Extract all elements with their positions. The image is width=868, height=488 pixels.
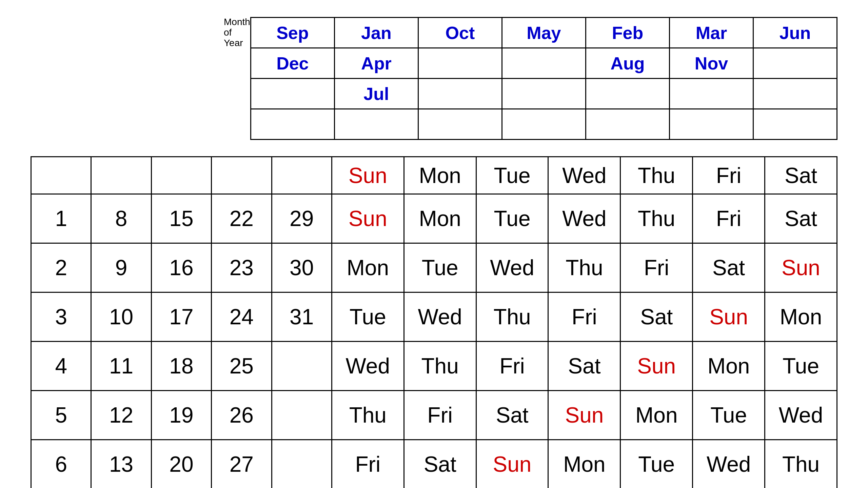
- dow-cell: Mon: [693, 342, 765, 391]
- month-cell: [670, 109, 754, 140]
- day-number-cell: 24: [212, 292, 272, 342]
- month-of-year-label: MonthofYear: [224, 17, 250, 48]
- dow-cell: Sat: [476, 391, 548, 440]
- month-cell: Oct: [419, 18, 502, 48]
- dow-cell: Sun: [332, 194, 404, 243]
- month-cell: [251, 79, 335, 109]
- dow-cell: Wed: [332, 342, 404, 391]
- dow-cell: Sat: [693, 243, 765, 292]
- dow-cell: Fri: [693, 194, 765, 243]
- month-cell: [586, 109, 670, 140]
- day-number-cell: 11: [91, 342, 151, 391]
- dow-cell: Tue: [765, 342, 837, 391]
- month-cell: [419, 79, 502, 109]
- header-dow-thu: Thu: [620, 157, 693, 194]
- day-of-week-label: [327, 145, 837, 156]
- dow-cell: Wed: [765, 391, 837, 440]
- month-cell: Feb: [586, 18, 670, 48]
- day-number-cell: 5: [31, 391, 91, 440]
- day-number-cell: 16: [151, 243, 211, 292]
- dow-cell: Fri: [404, 391, 476, 440]
- day-number-cell: 26: [212, 391, 272, 440]
- month-cell: [754, 79, 837, 109]
- dow-cell: Fri: [476, 342, 548, 391]
- month-cell: [502, 48, 586, 79]
- day-number-cell: 19: [151, 391, 211, 440]
- dow-cell: Thu: [404, 342, 476, 391]
- dow-cell: Sat: [765, 194, 837, 243]
- table-row: 18152229SunMonTueWedThuFriSat: [31, 194, 837, 243]
- table-row: 29162330MonTueWedThuFriSatSun: [31, 243, 837, 292]
- dow-cell: Fri: [620, 243, 693, 292]
- calendar-table: SunMonTueWedThuFriSat18152229SunMonTueWe…: [31, 156, 837, 488]
- dow-cell: Sun: [476, 440, 548, 488]
- day-number-cell: 18: [151, 342, 211, 391]
- month-cell: [335, 109, 419, 140]
- dow-cell: Tue: [620, 440, 693, 488]
- day-of-month-label: [31, 145, 327, 156]
- header-dow-sat: Sat: [765, 157, 837, 194]
- month-cell: [251, 109, 335, 140]
- dow-cell: Tue: [693, 391, 765, 440]
- day-number-cell: 1: [31, 194, 91, 243]
- month-cell: Mar: [670, 18, 754, 48]
- month-cell: Jan: [335, 18, 419, 48]
- month-cell: [586, 79, 670, 109]
- month-cell: Aug: [586, 48, 670, 79]
- day-number-cell: 13: [91, 440, 151, 488]
- day-number-cell: 10: [91, 292, 151, 342]
- month-header-section: MonthofYear SepJanOctMayFebMarJunDecApr …: [220, 17, 837, 141]
- dow-cell: Sun: [620, 342, 693, 391]
- month-cell: [754, 109, 837, 140]
- day-number-cell: 30: [272, 243, 332, 292]
- month-grid: SepJanOctMayFebMarJunDecApr AugNov Jul: [250, 17, 837, 140]
- label-row: [31, 145, 837, 156]
- dow-cell: Mon: [332, 243, 404, 292]
- day-number-cell: 27: [212, 440, 272, 488]
- dow-cell: Thu: [548, 243, 620, 292]
- table-row: 4111825WedThuFriSatSunMonTue: [31, 342, 837, 391]
- day-number-cell: 29: [272, 194, 332, 243]
- day-number-cell: 25: [212, 342, 272, 391]
- dow-cell: Wed: [548, 194, 620, 243]
- table-row: 6132027FriSatSunMonTueWedThu: [31, 440, 837, 488]
- header-num-col: [212, 157, 272, 194]
- dow-cell: Sat: [404, 440, 476, 488]
- day-number-cell: 20: [151, 440, 211, 488]
- month-cell: [419, 109, 502, 140]
- dow-cell: Sun: [765, 243, 837, 292]
- header-dow-mon: Mon: [404, 157, 476, 194]
- day-number-cell: 4: [31, 342, 91, 391]
- dow-cell: Thu: [620, 194, 693, 243]
- dow-cell: Wed: [693, 440, 765, 488]
- day-number-cell: 6: [31, 440, 91, 488]
- dow-cell: Fri: [548, 292, 620, 342]
- dow-cell: Sat: [620, 292, 693, 342]
- day-number-cell: 2: [31, 243, 91, 292]
- dow-cell: Wed: [404, 292, 476, 342]
- day-number-cell: 31: [272, 292, 332, 342]
- day-number-cell: [272, 342, 332, 391]
- top-section: MonthofYear SepJanOctMayFebMarJunDecApr …: [31, 17, 837, 141]
- month-cell: May: [502, 18, 586, 48]
- day-number-cell: 23: [212, 243, 272, 292]
- dow-cell: Thu: [476, 292, 548, 342]
- dow-cell: Tue: [332, 292, 404, 342]
- month-cell: Jul: [335, 79, 419, 109]
- dow-cell: Mon: [765, 292, 837, 342]
- month-cell: [670, 79, 754, 109]
- month-cell: Jun: [754, 18, 837, 48]
- day-number-cell: 9: [91, 243, 151, 292]
- day-number-cell: [272, 391, 332, 440]
- dow-cell: Sun: [693, 292, 765, 342]
- day-number-cell: 3: [31, 292, 91, 342]
- dow-cell: Mon: [620, 391, 693, 440]
- month-cell: Nov: [670, 48, 754, 79]
- month-cell: Apr: [335, 48, 419, 79]
- dow-cell: Sun: [548, 391, 620, 440]
- table-row: 310172431TueWedThuFriSatSunMon: [31, 292, 837, 342]
- dow-cell: Mon: [404, 194, 476, 243]
- header-dow-sun: Sun: [332, 157, 404, 194]
- dow-cell: Sat: [548, 342, 620, 391]
- dow-cell: Thu: [332, 391, 404, 440]
